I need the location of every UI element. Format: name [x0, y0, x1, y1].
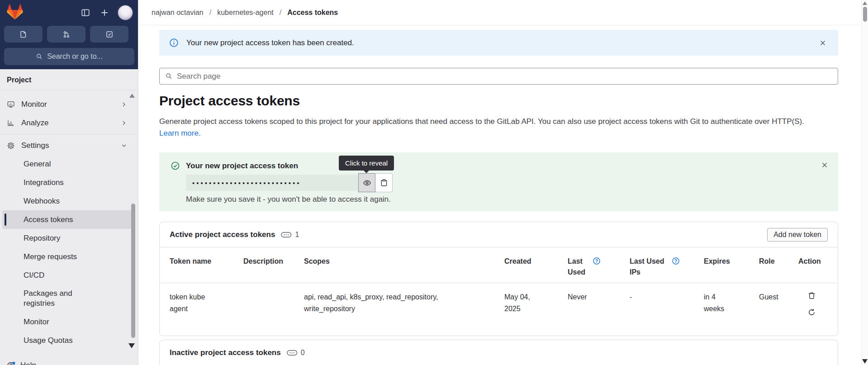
cell-description [243, 291, 304, 336]
breadcrumb-separator: / [209, 9, 211, 17]
gear-icon [7, 142, 15, 150]
scrollbar-down-arrow[interactable] [862, 359, 868, 364]
cell-scopes: api, read_api, k8s_proxy, read_repositor… [304, 291, 467, 336]
topbar: najwan octavian / kubernetes-agent / Acc… [138, 0, 868, 25]
sidebar-nav-area: Project Monitor Analyze Settings General… [0, 69, 138, 365]
main-content: najwan octavian / kubernetes-agent / Acc… [138, 0, 868, 365]
scrollbar-thumb[interactable] [863, 7, 867, 22]
close-icon [821, 161, 828, 169]
sidebar-item-webhooks[interactable]: Webhooks [2, 192, 132, 210]
create-new-button[interactable] [99, 7, 110, 18]
scrollbar-up-arrow[interactable] [863, 1, 867, 5]
panel-close-button[interactable] [819, 160, 830, 171]
column-header-action: Action [798, 256, 828, 283]
merge-requests-shortcut-button[interactable] [47, 26, 85, 43]
breadcrumb: najwan octavian / kubernetes-agent / Acc… [152, 9, 338, 17]
tokens-table-header: Token name Description Scopes Created La… [160, 247, 838, 283]
token-count-icon [281, 231, 292, 239]
sidebar-item-label: Integrations [24, 178, 127, 188]
success-check-icon [171, 161, 180, 171]
sidebar-item-label: CI/CD [24, 270, 127, 280]
sidebar-item-ci-cd[interactable]: CI/CD [2, 266, 132, 284]
inactive-tokens-header: Inactive project access tokens 0 [160, 340, 838, 365]
cell-token-name: token kube agent [170, 291, 216, 336]
sidebar-item-access-tokens[interactable]: Access tokens [2, 210, 132, 229]
sidebar-item-settings[interactable]: Settings [2, 136, 132, 155]
add-new-token-button[interactable]: Add new token [767, 228, 828, 242]
sidebar-item-label: Merge requests [24, 252, 127, 262]
chevron-right-icon [121, 101, 127, 108]
sidebar-item-packages-and-registries[interactable]: Packages and registries [2, 284, 132, 313]
eye-icon [363, 179, 371, 187]
sidebar-item-analyze[interactable]: Analyze [2, 114, 132, 132]
page-title: Project access tokens [159, 93, 300, 109]
sidebar-item-label: Settings [21, 141, 114, 150]
active-tokens-title: Active project access tokens [170, 230, 275, 239]
page-scrollbar[interactable] [861, 0, 868, 365]
sidebar-toggle-button[interactable] [80, 7, 91, 18]
inactive-tokens-card: Inactive project access tokens 0 [159, 340, 838, 365]
alert-close-button[interactable] [817, 38, 828, 48]
help-icon: ? [7, 361, 15, 365]
learn-more-link[interactable]: Learn more. [159, 129, 201, 137]
sidebar-nav: Monitor Analyze Settings General Integra… [0, 90, 138, 350]
sidebar-item-merge-requests[interactable]: Merge requests [2, 247, 132, 266]
gitlab-logo-icon[interactable] [6, 4, 24, 21]
cell-role: Guest [759, 291, 798, 336]
svg-text:?: ? [9, 363, 12, 365]
new-token-title: Your new project access token [186, 161, 298, 171]
search-icon [165, 72, 173, 80]
sidebar-section-label: Project [0, 69, 138, 90]
super-sidebar: Search or go to... Project Monitor Analy… [0, 0, 138, 365]
column-header-last-used: Last Used ? [568, 256, 630, 283]
monitor-icon [7, 100, 15, 109]
todos-shortcut-button[interactable] [90, 26, 128, 43]
info-alert: Your new project access token has been c… [159, 30, 838, 56]
issues-shortcut-button[interactable] [4, 26, 43, 43]
merge-request-icon [62, 30, 71, 38]
sidebar-item-label: General [24, 159, 127, 169]
help-question-icon[interactable]: ? [593, 257, 601, 265]
user-avatar[interactable] [118, 5, 133, 20]
breadcrumb-group-link[interactable]: najwan octavian [152, 9, 204, 17]
column-header-role: Role [759, 256, 798, 283]
column-header-created: Created [504, 256, 568, 283]
sidebar-item-repository[interactable]: Repository [2, 229, 132, 247]
masked-token-value: •••••••••••••••••••••••••• [192, 179, 301, 187]
rotate-icon [807, 308, 816, 317]
token-save-note: Make sure you save it - you won't be abl… [186, 195, 391, 204]
divider [0, 134, 138, 134]
help-question-icon[interactable]: ? [672, 257, 680, 265]
page-search-input[interactable] [177, 72, 832, 81]
copy-token-button[interactable] [375, 173, 393, 192]
token-count-icon [287, 349, 298, 357]
search-icon [36, 53, 43, 60]
help-menu[interactable]: ? Help [0, 356, 134, 365]
cell-actions [798, 291, 828, 336]
inactive-tokens-count-badge: 0 [287, 349, 305, 357]
sidebar-item-monitor-settings[interactable]: Monitor [2, 313, 132, 331]
search-or-go-to-button[interactable]: Search or go to... [4, 48, 134, 65]
reveal-token-button[interactable] [358, 173, 375, 192]
sidebar-item-integrations[interactable]: Integrations [2, 173, 132, 192]
sidebar-item-label: Analyze [21, 119, 114, 128]
sidebar-item-usage-quotas[interactable]: Usage Quotas [2, 331, 132, 350]
sidebar-scrollbar-thumb[interactable] [131, 204, 135, 338]
cell-last-used-ips: - [630, 291, 704, 336]
sidebar-item-monitor[interactable]: Monitor [2, 95, 132, 114]
close-icon [819, 39, 826, 47]
breadcrumb-project-link[interactable]: kubernetes-agent [217, 9, 274, 17]
info-icon [169, 38, 179, 47]
sidebar-header: Search or go to... [0, 0, 138, 69]
active-tokens-header: Active project access tokens 1 Add new t… [160, 222, 838, 247]
sidebar-shortcuts [4, 26, 128, 43]
sidebar-item-general[interactable]: General [2, 155, 132, 173]
svg-text:?: ? [674, 258, 677, 264]
sidebar-scrollbar-down-arrow[interactable] [128, 343, 135, 348]
sidebar-scrollbar-up-arrow[interactable] [129, 94, 135, 98]
column-header-label: Last Used [568, 256, 588, 278]
rotate-token-button[interactable] [807, 308, 818, 319]
chevron-right-icon [121, 120, 127, 126]
revoke-token-button[interactable] [807, 291, 818, 302]
column-header-scopes: Scopes [304, 256, 504, 283]
